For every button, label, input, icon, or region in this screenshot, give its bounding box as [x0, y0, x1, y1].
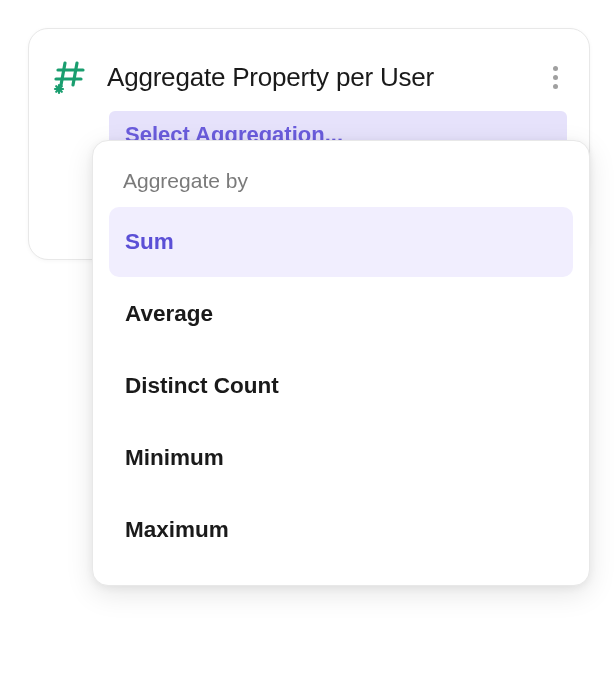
svg-line-0 — [61, 63, 65, 85]
svg-line-1 — [73, 63, 77, 85]
option-average[interactable]: Average — [109, 279, 573, 349]
option-sum[interactable]: Sum — [109, 207, 573, 277]
card-header: Aggregate Property per User — [51, 57, 567, 97]
card-title: Aggregate Property per User — [107, 62, 527, 93]
more-options-button[interactable] — [543, 63, 567, 91]
option-maximum[interactable]: Maximum — [109, 495, 573, 565]
dropdown-label: Aggregate by — [123, 169, 573, 193]
aggregate-hash-icon — [51, 57, 91, 97]
option-minimum[interactable]: Minimum — [109, 423, 573, 493]
option-distinct-count[interactable]: Distinct Count — [109, 351, 573, 421]
aggregation-dropdown: Aggregate by Sum Average Distinct Count … — [92, 140, 590, 586]
